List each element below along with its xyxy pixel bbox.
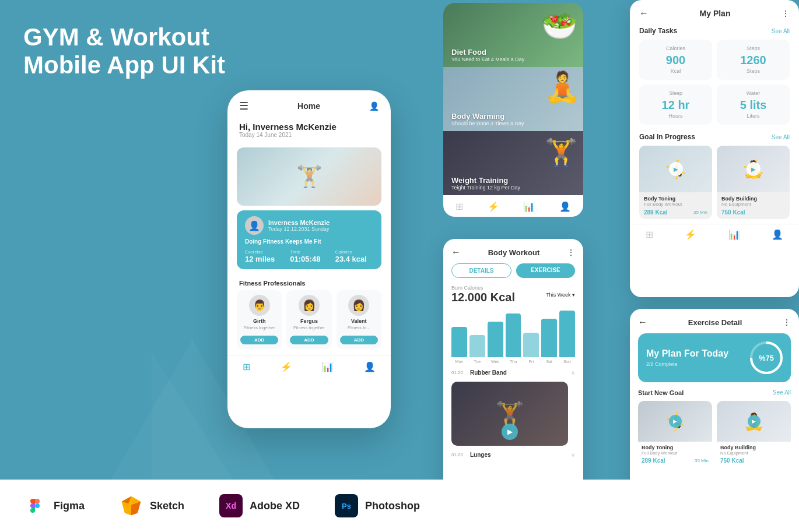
task-water: Water 5 lits Liters (717, 84, 790, 125)
stat-exercise: Exercise 12 miles (245, 249, 283, 263)
professionals-title: Fitness Professionals (227, 274, 391, 290)
bw-back-icon[interactable]: ← (451, 247, 461, 258)
task-sleep-label: Sleep (645, 90, 706, 96)
nav-grid-icon[interactable]: ⊞ (455, 201, 463, 212)
greeting-date: Today 14 June 2021 (239, 132, 379, 138)
bar-fri: Fri (523, 309, 539, 364)
bw-title: Body Workout (488, 248, 540, 257)
bar-sat-label: Sat (546, 360, 552, 364)
bar-fri-label: Fri (529, 360, 534, 364)
bw-tab-details[interactable]: DETAILS (451, 263, 511, 278)
my-plan-back-icon[interactable]: ← (639, 8, 649, 19)
notification-icon[interactable]: 👤 (369, 101, 379, 111)
gc-title-0: Body Toning (644, 196, 707, 202)
daily-tasks-see-all[interactable]: See All (772, 28, 790, 34)
bar-sun-bar (559, 311, 575, 357)
goal-card-info-1: Body Building No Equipment 750 Kcal (717, 192, 790, 219)
daily-tasks-header: Daily Tasks See All (630, 24, 799, 40)
menu-icon[interactable]: ☰ (239, 100, 248, 112)
nav-run-icon[interactable]: ⚡ (488, 201, 499, 212)
play-button-0[interactable]: ▶ (669, 162, 683, 176)
exercise-item-0: 01:20 Rubber Band ∧ (451, 369, 575, 376)
diet-title: Diet Food (451, 48, 524, 57)
sg-play-0[interactable]: ▶ (669, 415, 682, 428)
sgi-kcal-1: 750 Kcal (720, 457, 744, 464)
nav-home-icon[interactable]: ⊞ (243, 361, 250, 372)
nav-bar-icon[interactable]: 📊 (523, 201, 535, 212)
exercise-play-button[interactable]: ▶ (502, 424, 518, 440)
hero-title-block: GYM & Workout Mobile App UI Kit (23, 23, 225, 80)
nav-fitness-icon[interactable]: ⚡ (281, 361, 292, 372)
greeting-section: Hi, Inverness McKenzie Today 14 June 202… (227, 117, 391, 143)
sg-card-info-0: Body Toning Full Body Workout 289 Kcal 3… (638, 442, 712, 467)
add-button-1[interactable]: ADD (290, 336, 328, 344)
task-grid: Calories 900 Kcal Steps 1260 Steps Sleep… (630, 40, 799, 131)
play-button-1[interactable]: ▶ (747, 162, 761, 176)
sg-play-1[interactable]: ▶ (748, 415, 761, 428)
exercise-list: 01:20 Rubber Band ∧ (443, 367, 583, 382)
goal-cards: ▶ Body Toning Full Body Workout 289 Kcal… (630, 146, 799, 219)
plan-nav-chart-icon[interactable]: 📊 (728, 229, 740, 240)
my-plan-more-icon[interactable]: ⋮ (782, 9, 790, 18)
goal-header: Goal In Progress See All (630, 131, 799, 146)
phone-header: ☰ Home 👤 (227, 90, 391, 117)
stat-time: Time 01:05:48 (290, 249, 328, 263)
xd-text: Xd (226, 501, 236, 510)
professionals-list: 👨 Girth Fitness together ADD 👩 Fergus Fi… (227, 290, 391, 349)
sgi-bottom-1: 750 Kcal (720, 457, 787, 464)
gc-sub-1: No Equipment (721, 202, 785, 207)
bw-tab-exercise[interactable]: EXERCISE (516, 263, 575, 278)
bar-sun-label: Sun (563, 360, 570, 364)
bar-mon-label: Mon (455, 360, 464, 364)
plan-nav-run-icon[interactable]: ⚡ (685, 229, 696, 240)
nav-user-icon[interactable]: 👤 (559, 201, 571, 212)
pro-card-1: 👩 Fergus Fitness together ADD (286, 290, 331, 349)
plan-card-text: My Plan For Today 2/6 Complete (646, 348, 728, 367)
figma-label: Figma (54, 500, 85, 512)
weight-title: Weight Training (451, 176, 520, 185)
add-button-0[interactable]: ADD (240, 336, 278, 344)
sg-card-img-1: ▶ (717, 401, 791, 442)
goal-see-all[interactable]: See All (772, 134, 790, 140)
bw-more-icon[interactable]: ⋮ (567, 248, 575, 257)
workout-cards-stack: 🥗 Diet Food You Need to Eat 4 Meals a Da… (443, 3, 583, 217)
exercise-chevron-1[interactable]: ∨ (571, 452, 575, 458)
ed-more-icon[interactable]: ⋮ (783, 318, 791, 327)
diet-card: 🥗 Diet Food You Need to Eat 4 Meals a Da… (443, 3, 583, 67)
user-tagline: Doing Fitness Keeps Me Fit (245, 238, 373, 245)
this-week-label: This Week ▾ (546, 292, 575, 298)
plan-nav-profile-icon[interactable]: 👤 (772, 229, 783, 240)
sg-card-img-0: ▶ (638, 401, 712, 442)
bar-sat: Sat (541, 309, 557, 364)
bottom-tools-bar: Figma Sketch Xd Adobe XD Ps Photoshop (0, 480, 799, 532)
plan-nav-grid-icon[interactable]: ⊞ (646, 229, 653, 240)
weight-card: 🏋️ Weight Training Teight Training 12 kg… (443, 131, 583, 195)
gc-min-0: 35 Min (693, 210, 707, 215)
ed-back-icon[interactable]: ← (638, 317, 647, 327)
my-plan-title: My Plan (700, 9, 731, 18)
my-plan-header: ← My Plan ⋮ (630, 0, 799, 24)
task-steps: Steps 1260 Steps (717, 40, 790, 80)
exercise-thumbnail: ▶ (451, 382, 568, 446)
nav-profile-icon[interactable]: 👤 (364, 361, 376, 372)
goal-card-1: 🧘 ▶ Body Building No Equipment 750 Kcal (717, 146, 790, 219)
sketch-icon (120, 494, 143, 517)
exercise-name-0: Rubber Band (470, 369, 507, 376)
start-goal-see-all[interactable]: See All (773, 389, 791, 396)
nav-chart-icon[interactable]: 📊 (322, 361, 334, 372)
pro-name-2: Valent (340, 318, 378, 324)
goal-card-0: ▶ Body Toning Full Body Workout 289 Kcal… (639, 146, 712, 219)
progress-value: %75 (759, 354, 774, 362)
exercise-list-2: 01:20 Lunges ∨ (443, 449, 583, 464)
sg-card-1: ▶ Body Building No Equipment 750 Kcal (717, 401, 791, 467)
exercise-chevron-0[interactable]: ∧ (571, 369, 575, 376)
stat-time-label: Time (290, 249, 328, 255)
bar-sat-bar (541, 319, 557, 357)
sgi-sub-1: No Equipment (720, 450, 787, 456)
bc-left: Burn Calories 12.000 Kcal (451, 285, 515, 304)
sgi-min-0: 35 Min (695, 458, 709, 463)
add-button-2[interactable]: ADD (340, 336, 378, 344)
pro-sub-2: Fitness to... (340, 325, 378, 330)
task-water-unit: Liters (723, 113, 784, 119)
bar-tue-label: Tue (474, 360, 481, 364)
